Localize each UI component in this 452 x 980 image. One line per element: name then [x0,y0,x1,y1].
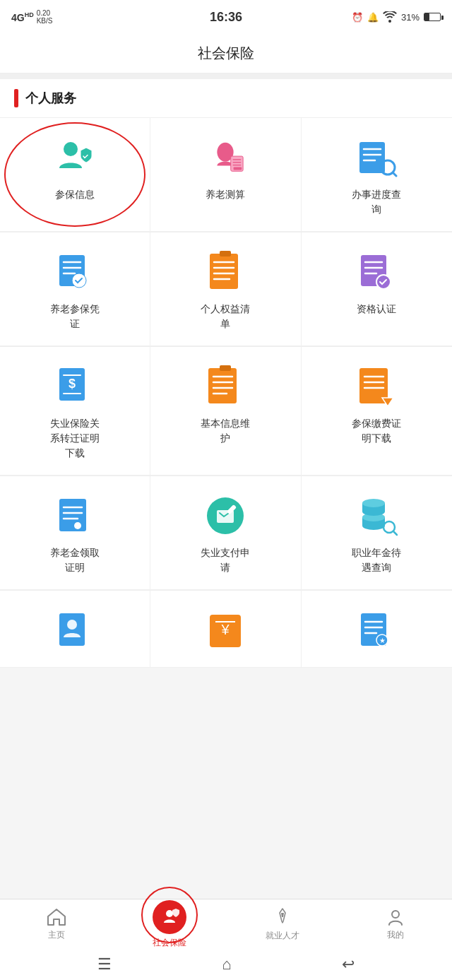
grid-item-label-yang-lao-jin: 养老金领取证明 [50,545,100,575]
grid-item-shi-ye-zhuan[interactable]: $ 失业保险关系转迁证明下载 [0,347,150,476]
home-icon [47,908,66,926]
grid-item-quan-yi[interactable]: 个人权益清单 [150,232,301,346]
grid-item-ban-shi[interactable]: 办事进度查询 [302,118,452,232]
grid-item-label-can-bao: 参保信息 [55,187,95,202]
person-icon [386,908,405,926]
nav-item-employment[interactable]: 就业人才 [226,899,339,949]
svg-point-61 [67,620,77,630]
annual-query-icon [354,493,399,538]
payment-cert-icon [354,364,399,409]
svg-point-57 [362,499,385,507]
grid-item-label-ji-ben-wei: 基本信息维护 [201,416,250,446]
svg-rect-23 [220,251,231,256]
grid-item-yang-lao-jin[interactable]: 养老金领取证明 [0,476,150,590]
status-bar: 4GHD 0.20KB/S 16:36 ⏰ 🔔 31% [0,0,452,34]
tie-icon [275,907,290,927]
pension-receipt-icon [52,493,97,538]
social-insurance-icon-bg [153,900,186,934]
grid-item-partial-1[interactable] [0,591,150,668]
svg-line-59 [393,531,397,535]
svg-line-12 [393,172,396,176]
info-maintain-icon [203,364,248,409]
pension-cert-icon [52,249,97,295]
partial2-icon: ¥ [203,608,248,653]
grid-row-4: 养老金领取证明 失业支付申请 [0,476,452,590]
battery-text: 31% [401,12,420,23]
nav-item-social-insurance-label: 社会保险 [153,937,186,949]
grid-item-zi-ge[interactable]: 资格认证 [302,232,452,346]
title-bar: 社会保险 [0,34,452,73]
svg-rect-44 [59,499,86,531]
grid-row-3: $ 失业保险关系转迁证明下载 基本信息维护 [0,346,452,476]
home-btn[interactable]: ⌂ [222,955,231,974]
svg-rect-18 [210,254,238,289]
svg-rect-38 [220,365,231,371]
alarm-icon: ⏰ [352,12,363,23]
time-display: 16:36 [210,10,242,25]
grid-item-label-zhi-ye-nian: 职业年金待遇查询 [352,545,401,575]
grid-item-zhi-ye-nian[interactable]: 职业年金待遇查询 [302,476,452,590]
grid-item-label-yang-lao-ce: 养老测算 [206,187,245,202]
nav-item-home[interactable]: 主页 [0,899,113,949]
person-shield-icon [52,135,97,180]
grid-item-can-bao[interactable]: 参保信息 [0,118,150,232]
svg-rect-6 [234,167,242,170]
svg-point-74 [392,911,399,918]
battery-icon [424,13,441,21]
grid-item-label-zi-ge: 资格认证 [357,302,396,317]
grid-item-ji-ben-wei[interactable]: 基本信息维护 [150,347,301,476]
grid-item-label-yang-lao-ping: 养老参保凭证 [50,302,100,331]
page-title: 社会保险 [198,44,254,63]
grid-row-2: 养老参保凭证 个人权益清单 [0,232,452,346]
bell-icon: 🔔 [367,12,379,23]
nav-item-social-insurance[interactable]: 社会保险 [113,899,226,949]
svg-point-71 [166,910,173,917]
grid-item-label-jiao-fei-zheng: 参保缴费证明下载 [352,416,401,446]
svg-text:$: $ [69,377,76,391]
grid-item-partial-2[interactable]: ¥ [150,591,301,668]
grid-row-1: 参保信息 养老测算 [0,117,452,232]
partial1-icon [52,608,97,653]
status-right: ⏰ 🔔 31% [352,11,441,23]
nav-items: 主页 社会保险 就业人才 [0,899,452,949]
unemployment-apply-icon [203,493,248,538]
section-header: 个人服务 [0,79,452,117]
svg-point-0 [64,142,78,156]
grid-item-jiao-fei-zheng[interactable]: 参保缴费证明下载 [302,347,452,476]
transfer-doc-icon: $ [52,364,97,409]
svg-text:¥: ¥ [221,622,230,637]
partial3-icon: ★ [354,608,399,653]
nav-item-mine-label: 我的 [387,929,404,941]
section-title: 个人服务 [25,90,76,107]
grid-item-label-quan-yi: 个人权益清单 [201,302,250,331]
nav-item-home-label: 主页 [48,929,65,941]
rights-list-icon [203,249,248,295]
nav-item-employment-label: 就业人才 [266,930,299,942]
bottom-nav: 主页 社会保险 就业人才 [0,899,452,980]
divider-top [0,73,452,79]
grid-item-partial-3[interactable]: ★ [302,591,452,668]
svg-marker-73 [281,913,284,917]
grid-item-yang-lao-ping[interactable]: 养老参保凭证 [0,232,150,346]
data-speed: 0.20KB/S [37,9,53,25]
nav-item-mine[interactable]: 我的 [339,899,452,949]
grid-item-yang-lao-ce[interactable]: 养老测算 [150,118,301,232]
progress-search-icon [354,135,399,180]
grid-item-label-shi-ye-zhuan: 失业保险关系转迁证明下载 [50,416,100,461]
pension-calc-icon [203,135,248,180]
grid-item-label-shi-ye-zhi: 失业支付申请 [201,545,250,575]
qualification-icon [354,249,399,295]
signal-text: 4GHD [11,11,34,23]
svg-point-48 [74,522,81,529]
grid-item-shi-ye-zhi[interactable]: 失业支付申请 [150,476,301,590]
grid-item-label-ban-shi: 办事进度查询 [352,187,401,217]
back-btn[interactable]: ↩ [342,955,355,974]
grid-row-5-partial: ¥ ★ [0,590,452,668]
bookmark-icon [14,89,18,107]
android-nav: ☰ ⌂ ↩ [0,949,452,980]
svg-rect-33 [208,368,237,403]
svg-text:★: ★ [379,637,386,644]
menu-btn[interactable]: ☰ [97,955,112,974]
status-left: 4GHD 0.20KB/S [11,9,52,25]
wifi-icon [383,11,397,23]
